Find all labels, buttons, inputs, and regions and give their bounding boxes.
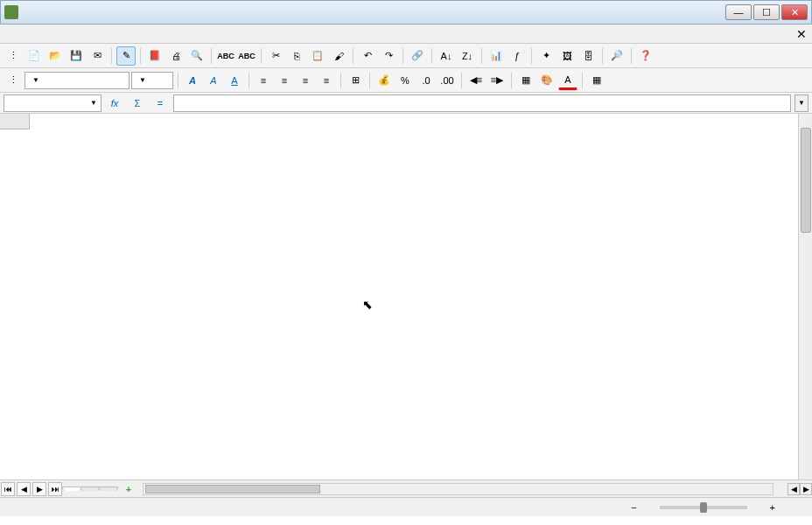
italic-icon[interactable]: A: [204, 71, 223, 90]
copy-icon[interactable]: ⎘: [287, 46, 306, 66]
formula-input[interactable]: [173, 94, 791, 112]
zoom-slider[interactable]: [660, 506, 747, 509]
font-size-combo[interactable]: ▼: [131, 72, 173, 89]
autocheck-icon[interactable]: ABC: [237, 46, 256, 66]
function-icon[interactable]: ƒ: [508, 46, 527, 66]
hscroll-left-icon[interactable]: ◀: [788, 483, 800, 495]
expand-formula-icon[interactable]: ▼: [794, 94, 808, 112]
maximize-button[interactable]: ☐: [753, 4, 780, 20]
tab-sheet1[interactable]: [62, 486, 81, 491]
menu-insert[interactable]: [52, 32, 66, 36]
chart-icon[interactable]: 📊: [486, 46, 506, 66]
print-icon[interactable]: 🖨: [166, 46, 186, 66]
close-button[interactable]: ✕: [781, 4, 808, 20]
menu-data[interactable]: [100, 32, 114, 36]
open-icon[interactable]: 📂: [46, 46, 65, 66]
undo-icon[interactable]: ↶: [358, 46, 377, 66]
merge-cells-icon[interactable]: ⊞: [346, 71, 365, 90]
function-wizard-icon[interactable]: fx: [105, 94, 124, 113]
sheet-tab-bar: ⏮ ◀ ▶ ⏭ + ◀ ▶: [0, 480, 812, 497]
underline-icon[interactable]: A: [225, 71, 244, 90]
edit-icon[interactable]: ✎: [116, 46, 136, 66]
menu-file[interactable]: [5, 32, 19, 36]
formula-bar: ▼ fx Σ = ▼: [0, 93, 812, 114]
tab-prev-icon[interactable]: ◀: [17, 482, 31, 496]
help-icon[interactable]: ❓: [636, 46, 655, 66]
tab-sheet2[interactable]: [80, 486, 100, 491]
dropdown-icon: ▼: [90, 99, 97, 107]
scrollbar-thumb[interactable]: [145, 485, 320, 494]
bold-icon[interactable]: A: [183, 71, 202, 90]
spreadsheet-area: [0, 114, 812, 480]
menu-edit[interactable]: [21, 32, 35, 36]
number-icon[interactable]: .0: [416, 71, 436, 90]
dropdown-icon: ▼: [139, 76, 146, 84]
save-icon[interactable]: 💾: [66, 46, 86, 66]
cell-reference-input[interactable]: [8, 98, 78, 108]
document-close-icon[interactable]: ✕: [796, 27, 807, 41]
cell-reference-box[interactable]: ▼: [4, 94, 102, 112]
email-icon[interactable]: ✉: [88, 46, 107, 66]
hyperlink-icon[interactable]: 🔗: [408, 46, 427, 66]
navigator-icon[interactable]: ✦: [536, 46, 556, 66]
redo-icon[interactable]: ↷: [379, 46, 398, 66]
paste-icon[interactable]: 📋: [308, 46, 327, 66]
app-icon: [4, 5, 18, 19]
formatting-toolbar: ⋮ ▼ ▼ A A A ≡ ≡ ≡ ≡ ⊞ 💰 % .0 .00 ◀≡ ≡▶ ▦…: [0, 68, 812, 93]
titlebar: — ☐ ✕: [0, 0, 812, 24]
menu-format[interactable]: [68, 32, 82, 36]
tab-next-icon[interactable]: ▶: [32, 482, 46, 496]
add-decimal-icon[interactable]: .00: [438, 71, 457, 90]
align-right-icon[interactable]: ≡: [296, 71, 315, 90]
new-icon[interactable]: 📄: [24, 46, 44, 66]
menu-tools[interactable]: [84, 32, 98, 36]
tab-first-icon[interactable]: ⏮: [1, 482, 15, 496]
menu-help[interactable]: [131, 32, 145, 36]
percent-icon[interactable]: %: [396, 71, 415, 90]
tab-last-icon[interactable]: ⏭: [48, 482, 62, 496]
fontcolor-icon[interactable]: A: [558, 71, 578, 90]
font-name-combo[interactable]: ▼: [24, 72, 130, 89]
menubar: ✕: [0, 24, 812, 44]
preview-icon[interactable]: 🔍: [187, 46, 206, 66]
hscroll-right-icon[interactable]: ▶: [800, 483, 812, 495]
sum-icon[interactable]: Σ: [128, 94, 147, 113]
datasources-icon[interactable]: 🗄: [578, 46, 598, 66]
equals-icon[interactable]: =: [150, 94, 170, 113]
handle-icon[interactable]: ⋮: [4, 71, 23, 90]
borders-icon[interactable]: ▦: [516, 71, 536, 90]
cut-icon[interactable]: ✂: [266, 46, 285, 66]
zoom-in-icon[interactable]: +: [770, 502, 775, 513]
standard-toolbar: ⋮ 📄 📂 💾 ✉ ✎ 📕 🖨 🔍 ABC ABC ✂ ⎘ 📋 🖌 ↶ ↷ 🔗 …: [0, 44, 812, 68]
sort-asc-icon[interactable]: A↓: [437, 46, 456, 66]
zoom-out-icon[interactable]: −: [631, 502, 636, 513]
pdf-icon[interactable]: 📕: [145, 46, 164, 66]
add-sheet-icon[interactable]: +: [122, 482, 136, 496]
spellcheck-icon[interactable]: ABC: [216, 46, 235, 66]
horizontal-scrollbar[interactable]: [143, 483, 774, 495]
tab-sheet3[interactable]: [99, 486, 118, 491]
paintbrush-icon[interactable]: 🖌: [329, 46, 348, 66]
gallery-icon[interactable]: 🖼: [557, 46, 577, 66]
sort-desc-icon[interactable]: Z↓: [458, 46, 477, 66]
minimize-button[interactable]: —: [725, 4, 752, 20]
currency-icon[interactable]: 💰: [374, 71, 394, 90]
align-center-icon[interactable]: ≡: [275, 71, 294, 90]
align-justify-icon[interactable]: ≡: [317, 71, 336, 90]
zoom-icon[interactable]: 🔎: [607, 46, 626, 66]
grid-icon[interactable]: ▦: [587, 71, 606, 90]
align-left-icon[interactable]: ≡: [254, 71, 273, 90]
decrease-indent-icon[interactable]: ◀≡: [466, 71, 486, 90]
menu-window[interactable]: [116, 32, 130, 36]
increase-indent-icon[interactable]: ≡▶: [487, 71, 507, 90]
dropdown-icon: ▼: [32, 76, 39, 84]
scrollbar-thumb[interactable]: [801, 128, 811, 233]
menu-view[interactable]: [37, 32, 51, 36]
handle-icon[interactable]: ⋮: [4, 46, 23, 66]
status-bar: − +: [0, 497, 812, 516]
vertical-scrollbar[interactable]: [798, 114, 812, 480]
select-all-corner[interactable]: [0, 114, 30, 130]
bgcolor-icon[interactable]: 🎨: [537, 71, 556, 90]
